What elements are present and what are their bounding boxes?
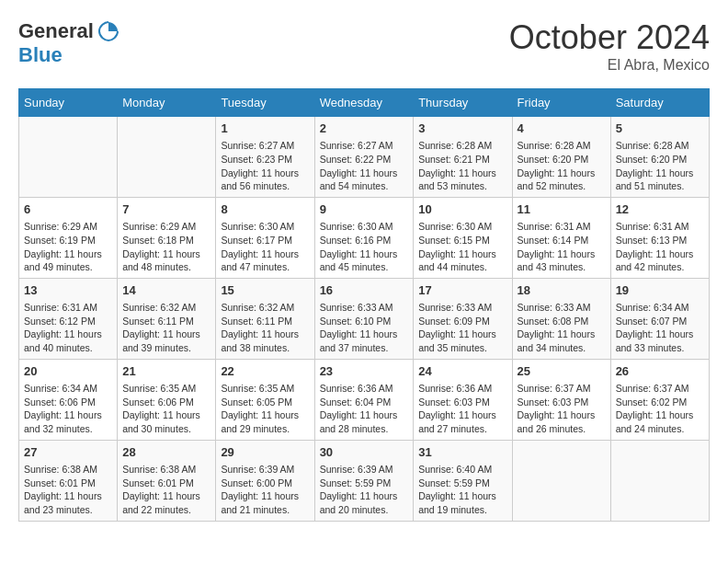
day-number: 4: [518, 121, 606, 137]
day-number: 12: [616, 201, 704, 218]
day-number: 16: [320, 282, 409, 299]
day-number: 9: [320, 201, 409, 218]
weekday-header-saturday: Saturday: [610, 89, 709, 117]
day-info: Sunrise: 6:36 AMSunset: 6:03 PMDaylight:…: [418, 382, 506, 436]
day-info: Sunrise: 6:32 AMSunset: 6:11 PMDaylight:…: [221, 301, 309, 355]
weekday-header-row: SundayMondayTuesdayWednesdayThursdayFrid…: [19, 89, 710, 117]
day-number: 29: [221, 444, 309, 461]
day-cell: 1Sunrise: 6:27 AMSunset: 6:23 PMDaylight…: [216, 117, 314, 198]
day-info: Sunrise: 6:31 AMSunset: 6:12 PMDaylight:…: [24, 301, 112, 355]
day-info: Sunrise: 6:37 AMSunset: 6:02 PMDaylight:…: [616, 382, 704, 436]
day-number: 23: [320, 363, 409, 380]
day-number: 11: [518, 201, 606, 218]
day-number: 15: [221, 282, 309, 299]
day-info: Sunrise: 6:31 AMSunset: 6:14 PMDaylight:…: [518, 220, 606, 274]
day-number: 19: [616, 282, 704, 299]
day-info: Sunrise: 6:34 AMSunset: 6:07 PMDaylight:…: [616, 301, 704, 355]
day-info: Sunrise: 6:35 AMSunset: 6:06 PMDaylight:…: [122, 382, 210, 436]
day-info: Sunrise: 6:30 AMSunset: 6:15 PMDaylight:…: [418, 220, 506, 274]
day-cell: 19Sunrise: 6:34 AMSunset: 6:07 PMDayligh…: [610, 278, 709, 359]
day-cell: 21Sunrise: 6:35 AMSunset: 6:06 PMDayligh…: [118, 359, 216, 440]
day-number: 7: [122, 201, 210, 218]
day-cell: 7Sunrise: 6:29 AMSunset: 6:18 PMDaylight…: [118, 197, 216, 278]
day-info: Sunrise: 6:29 AMSunset: 6:18 PMDaylight:…: [122, 220, 210, 274]
day-cell: 22Sunrise: 6:35 AMSunset: 6:05 PMDayligh…: [216, 359, 314, 440]
day-info: Sunrise: 6:27 AMSunset: 6:23 PMDaylight:…: [221, 139, 309, 193]
day-cell: [512, 440, 610, 521]
weekday-header-tuesday: Tuesday: [216, 89, 314, 117]
week-row-2: 6Sunrise: 6:29 AMSunset: 6:19 PMDaylight…: [19, 197, 710, 278]
day-number: 13: [24, 282, 112, 299]
day-info: Sunrise: 6:34 AMSunset: 6:06 PMDaylight:…: [24, 382, 112, 436]
day-cell: 4Sunrise: 6:28 AMSunset: 6:20 PMDaylight…: [512, 117, 610, 198]
day-cell: 8Sunrise: 6:30 AMSunset: 6:17 PMDaylight…: [216, 197, 314, 278]
weekday-header-wednesday: Wednesday: [314, 89, 414, 117]
day-info: Sunrise: 6:28 AMSunset: 6:21 PMDaylight:…: [418, 139, 506, 193]
day-info: Sunrise: 6:33 AMSunset: 6:08 PMDaylight:…: [518, 301, 606, 355]
day-number: 8: [221, 201, 309, 218]
day-number: 2: [320, 121, 409, 137]
day-number: 1: [221, 121, 309, 137]
day-cell: 24Sunrise: 6:36 AMSunset: 6:03 PMDayligh…: [414, 359, 512, 440]
day-cell: [610, 440, 709, 521]
weekday-header-sunday: Sunday: [19, 89, 118, 117]
day-info: Sunrise: 6:39 AMSunset: 6:00 PMDaylight:…: [221, 463, 309, 517]
day-number: 25: [518, 363, 606, 380]
day-info: Sunrise: 6:36 AMSunset: 6:04 PMDaylight:…: [320, 382, 409, 436]
day-info: Sunrise: 6:29 AMSunset: 6:19 PMDaylight:…: [24, 220, 112, 274]
day-info: Sunrise: 6:30 AMSunset: 6:17 PMDaylight:…: [221, 220, 309, 274]
day-cell: [19, 117, 118, 198]
day-number: 5: [616, 121, 704, 137]
day-info: Sunrise: 6:33 AMSunset: 6:09 PMDaylight:…: [418, 301, 506, 355]
day-number: 21: [122, 363, 210, 380]
weekday-header-monday: Monday: [118, 89, 216, 117]
location: El Abra, Mexico: [509, 57, 710, 74]
day-cell: 27Sunrise: 6:38 AMSunset: 6:01 PMDayligh…: [19, 440, 118, 521]
day-cell: 5Sunrise: 6:28 AMSunset: 6:20 PMDaylight…: [610, 117, 709, 198]
week-row-1: 1Sunrise: 6:27 AMSunset: 6:23 PMDaylight…: [19, 117, 710, 198]
logo: General Blue: [18, 18, 121, 66]
title-block: October 2024 El Abra, Mexico: [509, 18, 710, 74]
day-info: Sunrise: 6:37 AMSunset: 6:03 PMDaylight:…: [518, 382, 606, 436]
day-number: 22: [221, 363, 309, 380]
day-cell: 6Sunrise: 6:29 AMSunset: 6:19 PMDaylight…: [19, 197, 118, 278]
week-row-5: 27Sunrise: 6:38 AMSunset: 6:01 PMDayligh…: [19, 440, 710, 521]
day-cell: 2Sunrise: 6:27 AMSunset: 6:22 PMDaylight…: [314, 117, 414, 198]
day-number: 18: [518, 282, 606, 299]
day-cell: 15Sunrise: 6:32 AMSunset: 6:11 PMDayligh…: [216, 278, 314, 359]
week-row-4: 20Sunrise: 6:34 AMSunset: 6:06 PMDayligh…: [19, 359, 710, 440]
day-cell: 29Sunrise: 6:39 AMSunset: 6:00 PMDayligh…: [216, 440, 314, 521]
day-info: Sunrise: 6:39 AMSunset: 5:59 PMDaylight:…: [320, 463, 409, 517]
day-info: Sunrise: 6:33 AMSunset: 6:10 PMDaylight:…: [320, 301, 409, 355]
weekday-header-friday: Friday: [512, 89, 610, 117]
logo-icon: [96, 18, 121, 44]
day-cell: 28Sunrise: 6:38 AMSunset: 6:01 PMDayligh…: [118, 440, 216, 521]
month-title: October 2024: [509, 18, 710, 57]
day-cell: 23Sunrise: 6:36 AMSunset: 6:04 PMDayligh…: [314, 359, 414, 440]
weekday-header-thursday: Thursday: [414, 89, 512, 117]
day-cell: 25Sunrise: 6:37 AMSunset: 6:03 PMDayligh…: [512, 359, 610, 440]
day-cell: [118, 117, 216, 198]
day-cell: 11Sunrise: 6:31 AMSunset: 6:14 PMDayligh…: [512, 197, 610, 278]
day-number: 10: [418, 201, 506, 218]
day-info: Sunrise: 6:27 AMSunset: 6:22 PMDaylight:…: [320, 139, 409, 193]
day-info: Sunrise: 6:40 AMSunset: 5:59 PMDaylight:…: [418, 463, 506, 517]
day-info: Sunrise: 6:35 AMSunset: 6:05 PMDaylight:…: [221, 382, 309, 436]
day-cell: 9Sunrise: 6:30 AMSunset: 6:16 PMDaylight…: [314, 197, 414, 278]
page-header: General Blue October 2024 El Abra, Mexic…: [18, 18, 710, 74]
calendar-table: SundayMondayTuesdayWednesdayThursdayFrid…: [18, 88, 710, 522]
day-number: 30: [320, 444, 409, 461]
logo-blue: Blue: [18, 43, 63, 66]
day-number: 3: [418, 121, 506, 137]
day-cell: 3Sunrise: 6:28 AMSunset: 6:21 PMDaylight…: [414, 117, 512, 198]
day-number: 24: [418, 363, 506, 380]
day-cell: 30Sunrise: 6:39 AMSunset: 5:59 PMDayligh…: [314, 440, 414, 521]
day-info: Sunrise: 6:38 AMSunset: 6:01 PMDaylight:…: [122, 463, 210, 517]
day-number: 26: [616, 363, 704, 380]
day-cell: 20Sunrise: 6:34 AMSunset: 6:06 PMDayligh…: [19, 359, 118, 440]
day-number: 17: [418, 282, 506, 299]
day-cell: 16Sunrise: 6:33 AMSunset: 6:10 PMDayligh…: [314, 278, 414, 359]
day-number: 14: [122, 282, 210, 299]
day-cell: 13Sunrise: 6:31 AMSunset: 6:12 PMDayligh…: [19, 278, 118, 359]
day-cell: 18Sunrise: 6:33 AMSunset: 6:08 PMDayligh…: [512, 278, 610, 359]
